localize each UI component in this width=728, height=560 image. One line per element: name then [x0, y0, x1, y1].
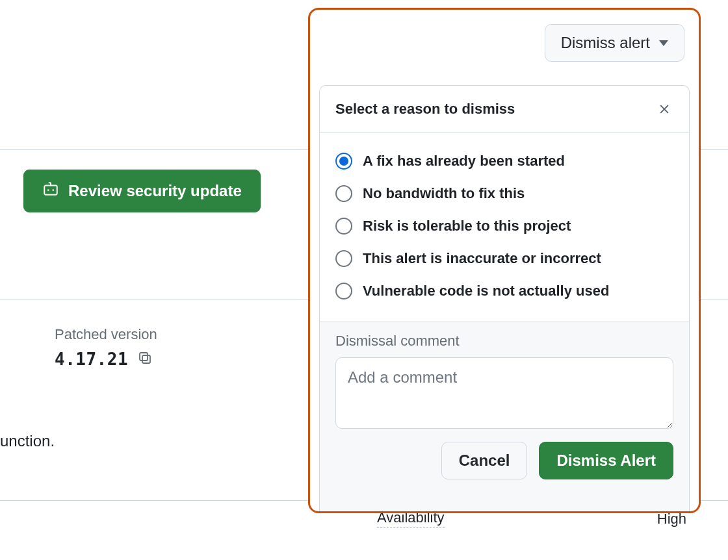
dismissal-comment-section: Dismissal comment Cancel Dismiss Alert: [320, 322, 689, 511]
cancel-button[interactable]: Cancel: [441, 442, 528, 479]
dismiss-alert-dropdown-label: Dismiss alert: [561, 34, 650, 52]
patched-version-label: Patched version: [55, 326, 157, 343]
dismiss-reason-option[interactable]: Risk is tolerable to this project: [335, 210, 673, 242]
close-button[interactable]: [651, 96, 677, 122]
dismiss-reason-label: Risk is tolerable to this project: [363, 218, 571, 235]
panel-header: Select a reason to dismiss: [320, 86, 689, 133]
dismiss-reason-option[interactable]: This alert is inaccurate or incorrect: [335, 242, 673, 275]
panel-actions: Cancel Dismiss Alert: [335, 442, 673, 479]
close-icon: [658, 103, 671, 116]
dismiss-reason-option[interactable]: A fix has already been started: [335, 145, 673, 177]
dismiss-reason-label: A fix has already been started: [363, 153, 565, 170]
dismiss-reason-label: This alert is inaccurate or incorrect: [363, 250, 601, 267]
svg-point-4: [52, 189, 54, 191]
chevron-down-icon: [659, 40, 668, 46]
dependabot-icon: [42, 181, 59, 201]
svg-rect-6: [140, 353, 148, 361]
review-security-update-button[interactable]: Review security update: [23, 170, 261, 212]
dismiss-reason-panel: Select a reason to dismiss A fix has alr…: [319, 85, 690, 511]
radio-icon: [335, 153, 352, 170]
radio-icon: [335, 250, 352, 267]
review-security-update-label: Review security update: [68, 182, 242, 200]
dismiss-reason-label: No bandwidth to fix this: [363, 185, 525, 202]
panel-title: Select a reason to dismiss: [335, 101, 515, 118]
dismiss-reason-option[interactable]: Vulnerable code is not actually used: [335, 275, 673, 307]
copy-icon[interactable]: [137, 350, 153, 368]
description-fragment: unction.: [0, 432, 55, 450]
radio-icon: [335, 218, 352, 235]
patched-version-value: 4.17.21: [55, 350, 128, 369]
radio-icon: [335, 185, 352, 202]
dismissal-comment-input[interactable]: [335, 357, 673, 429]
svg-rect-5: [142, 355, 150, 363]
patched-version-block: Patched version 4.17.21: [55, 326, 157, 369]
dismiss-reason-options: A fix has already been startedNo bandwid…: [320, 133, 689, 322]
svg-rect-0: [44, 186, 57, 195]
svg-point-3: [47, 189, 49, 191]
radio-icon: [335, 283, 352, 299]
dismiss-alert-dropdown-button[interactable]: Dismiss alert: [545, 24, 684, 62]
dismiss-reason-option[interactable]: No bandwidth to fix this: [335, 177, 673, 210]
dismiss-alert-popover: Dismiss alert Select a reason to dismiss…: [308, 8, 701, 513]
dismiss-alert-submit-button[interactable]: Dismiss Alert: [539, 442, 673, 479]
dismiss-reason-label: Vulnerable code is not actually used: [363, 283, 609, 299]
dismissal-comment-label: Dismissal comment: [335, 333, 673, 350]
